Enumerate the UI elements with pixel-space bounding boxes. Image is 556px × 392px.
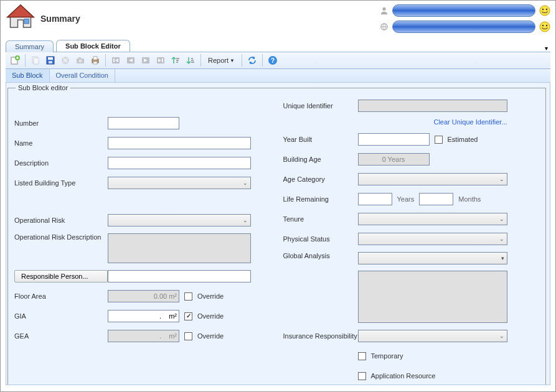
separator xyxy=(200,54,201,67)
svg-rect-14 xyxy=(34,58,39,64)
floor-area-input[interactable] xyxy=(108,290,179,302)
inner-tab-overall-condition[interactable]: Overall Condition xyxy=(50,69,115,82)
responsible-person-button[interactable]: Responsible Person... xyxy=(14,270,108,282)
cancel-icon xyxy=(59,54,72,67)
inner-tab-sub-block[interactable]: Sub Block xyxy=(6,69,50,82)
svg-point-10 xyxy=(546,25,547,26)
number-label: Number xyxy=(14,119,108,127)
nav-next-icon xyxy=(139,54,153,67)
editor-scroll[interactable]: Sub Block editor Number Name Description xyxy=(6,83,550,385)
application-resource-label: Application Resource xyxy=(371,372,436,380)
report-menu[interactable]: Report ▼ xyxy=(204,54,238,67)
age-category-select[interactable]: ⌄ xyxy=(358,173,507,185)
chevron-down-icon: ▾ xyxy=(501,255,504,261)
estimated-checkbox[interactable] xyxy=(435,136,443,144)
months-label: Months xyxy=(458,195,481,203)
toolbar: Report ▼ ? xyxy=(6,52,550,69)
gia-label: GIA xyxy=(14,312,108,320)
globe-icon xyxy=(380,22,389,31)
global-analysis-select[interactable]: ▾ xyxy=(358,252,507,264)
gea-label: GEA xyxy=(14,332,108,340)
svg-rect-26 xyxy=(113,58,115,62)
physical-status-label: Physical Status xyxy=(283,235,358,243)
separator xyxy=(242,54,242,67)
report-label: Report xyxy=(208,57,229,64)
svg-rect-24 xyxy=(93,62,97,64)
svg-point-4 xyxy=(540,6,550,16)
responsible-person-input[interactable] xyxy=(108,270,251,282)
tenure-label: Tenure xyxy=(283,215,358,223)
global-analysis-textarea[interactable] xyxy=(358,271,507,323)
insurance-responsibility-label: Insurance Responsibility xyxy=(283,332,358,340)
number-input[interactable] xyxy=(108,117,179,129)
chevron-down-icon: ⌄ xyxy=(243,180,248,186)
override-label: Override xyxy=(197,292,224,300)
chevron-down-icon: ⌄ xyxy=(499,176,504,182)
override-label: Override xyxy=(197,312,224,320)
temporary-checkbox[interactable] xyxy=(358,352,366,360)
svg-rect-2 xyxy=(24,19,29,24)
insurance-responsibility-select[interactable]: ⌄ xyxy=(358,330,507,342)
inner-tabs: Sub Block Overall Condition xyxy=(6,69,550,83)
life-months-input[interactable] xyxy=(419,193,453,205)
operational-risk-select[interactable]: ⌄ xyxy=(108,214,251,226)
gia-override-checkbox[interactable] xyxy=(184,312,192,320)
age-category-label: Age Category xyxy=(283,175,358,183)
life-remaining-label: Life Remaining xyxy=(283,195,358,203)
chevron-down-icon: ⌄ xyxy=(499,216,504,222)
tab-sub-block-editor[interactable]: Sub Block Editor xyxy=(56,40,130,52)
sort-desc-icon[interactable] xyxy=(184,54,197,67)
temporary-label: Temporary xyxy=(371,352,403,360)
refresh-icon[interactable] xyxy=(245,54,259,67)
user-icon xyxy=(380,6,389,15)
unique-identifier-input[interactable] xyxy=(358,100,507,112)
application-resource-checkbox[interactable] xyxy=(358,372,366,380)
listed-building-type-label: Listed Building Type xyxy=(14,179,108,187)
building-age-label: Building Age xyxy=(283,156,358,163)
life-years-input[interactable] xyxy=(358,193,392,205)
help-icon[interactable]: ? xyxy=(266,54,280,67)
svg-text:?: ? xyxy=(271,57,275,64)
gea-override-checkbox[interactable] xyxy=(184,332,192,340)
description-input[interactable] xyxy=(108,157,251,169)
operational-risk-desc-label: Operational Risk Description xyxy=(14,233,108,241)
operational-risk-desc-textarea[interactable] xyxy=(108,233,251,263)
add-icon[interactable] xyxy=(8,54,22,67)
header: Summary xyxy=(1,1,555,38)
status-bar-1[interactable] xyxy=(392,4,535,17)
floor-area-override-checkbox[interactable] xyxy=(184,292,192,301)
physical-status-select[interactable]: ⌄ xyxy=(358,233,507,245)
year-built-input[interactable] xyxy=(358,133,430,146)
clear-unique-identifier-link[interactable]: Clear Unique Identifier... xyxy=(433,118,507,126)
status-row-2 xyxy=(380,21,550,33)
name-label: Name xyxy=(14,139,108,147)
chevron-down-icon: ⌄ xyxy=(243,217,248,223)
status-bar-2[interactable] xyxy=(392,21,535,33)
override-label: Override xyxy=(197,332,224,340)
gia-input[interactable] xyxy=(108,310,179,322)
gea-input[interactable] xyxy=(108,330,179,342)
tenure-select[interactable]: ⌄ xyxy=(358,213,507,225)
svg-point-6 xyxy=(546,9,547,10)
sort-asc-icon[interactable] xyxy=(169,54,182,67)
svg-point-3 xyxy=(382,7,385,11)
tab-overflow-icon[interactable]: ▾ xyxy=(545,45,548,52)
chevron-down-icon: ▼ xyxy=(230,58,235,63)
year-built-label: Year Built xyxy=(283,136,358,143)
listed-building-type-select[interactable]: ⌄ xyxy=(108,177,251,189)
smiley-icon xyxy=(539,21,550,32)
save-icon[interactable] xyxy=(44,54,57,67)
svg-marker-1 xyxy=(7,5,34,17)
print-icon[interactable] xyxy=(88,54,102,67)
sub-block-editor-fieldset: Sub Block editor Number Name Description xyxy=(7,84,546,385)
operational-risk-label: Operational Risk xyxy=(14,217,108,224)
chevron-down-icon: ⌄ xyxy=(499,333,504,339)
tab-summary[interactable]: Summary xyxy=(6,40,54,52)
name-input[interactable] xyxy=(108,137,251,149)
chevron-down-icon: ⌄ xyxy=(499,236,504,242)
svg-point-5 xyxy=(542,9,544,10)
camera-icon xyxy=(73,54,87,67)
nav-prev-icon xyxy=(124,54,138,67)
copy-icon xyxy=(29,54,42,67)
outer-tabs: Summary Sub Block Editor ▾ xyxy=(1,38,555,52)
